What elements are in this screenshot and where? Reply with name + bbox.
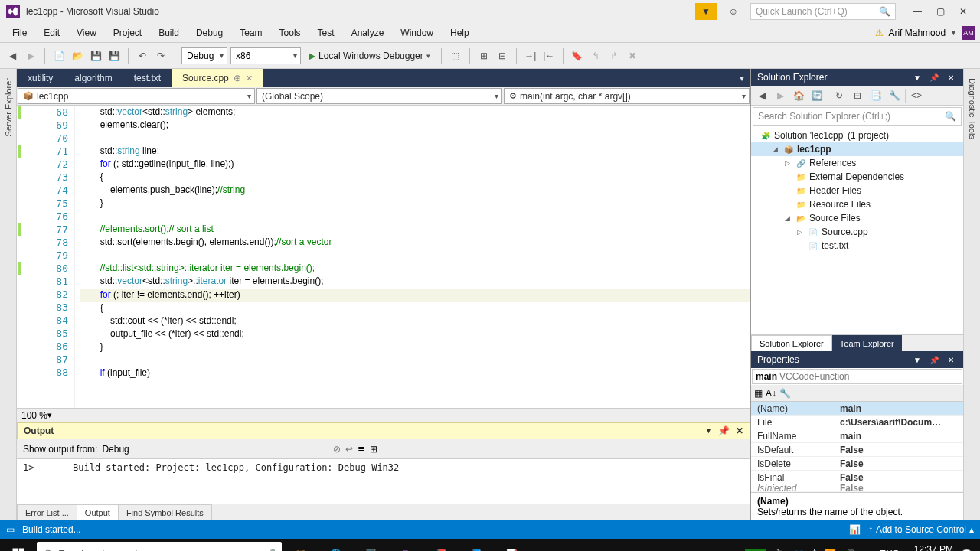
menu-test[interactable]: Test [310, 24, 342, 41]
output-from-combo[interactable]: Debug [102, 444, 324, 455]
start-debug-button[interactable]: ▶ Local Windows Debugger ▾ [304, 51, 435, 61]
source-control-link[interactable]: ↑ Add to Source Control ▴ [868, 524, 974, 535]
menu-tools[interactable]: Tools [272, 24, 309, 41]
taskbar-pdf-icon[interactable]: 📕 [424, 539, 458, 551]
prop-dropdown-icon[interactable]: ▼ [911, 354, 923, 366]
uncomment-icon[interactable]: ⊟ [495, 48, 510, 64]
user-name[interactable]: Arif Mahmood [888, 28, 946, 38]
close-button[interactable]: ✕ [952, 3, 974, 20]
diagnostic-tools-tab[interactable]: Diagnostic Tools [966, 73, 978, 144]
taskbar-explorer-icon[interactable]: 📁 [283, 539, 317, 551]
se-collapse-icon[interactable]: ⊟ [850, 88, 865, 103]
se-dropdown-icon[interactable]: ▼ [911, 71, 923, 83]
start-button[interactable] [2, 539, 35, 551]
tree-solution[interactable]: 🧩Solution 'lec1cpp' (1 project) [751, 129, 963, 142]
taskbar-vs-icon[interactable]: ⧉ [389, 539, 423, 551]
bookmark-icon[interactable]: 🔖 [570, 48, 585, 64]
outdent-icon[interactable]: |← [541, 48, 557, 64]
save-icon[interactable]: 💾 [88, 48, 103, 64]
project-combo[interactable]: 📦 lec1cpp [18, 88, 255, 104]
maximize-button[interactable]: ▢ [929, 3, 951, 20]
taskbar-app1-icon[interactable]: 🖥️ [354, 539, 387, 551]
output-tool2-icon[interactable]: ⊞ [370, 444, 377, 455]
solution-tree[interactable]: 🧩Solution 'lec1cpp' (1 project) ◢📦lec1cp… [751, 127, 963, 334]
se-fwd-icon[interactable]: ▶ [773, 88, 788, 103]
panel-pin-icon[interactable]: 📌 [718, 425, 730, 436]
tree-resource-files[interactable]: 📁Resource Files [751, 197, 963, 211]
tab-xutility[interactable]: xutility [17, 69, 64, 87]
solution-explorer-search[interactable]: Search Solution Explorer (Ctrl+;) 🔍 [753, 107, 962, 126]
tab-solution-explorer[interactable]: Solution Explorer [751, 335, 832, 351]
panel-close-icon[interactable]: ✕ [736, 425, 743, 436]
se-close-icon[interactable]: ✕ [945, 71, 957, 83]
tray-clock[interactable]: 12:37 PM 10/26/2018 [907, 545, 953, 551]
redo-icon[interactable]: ↷ [153, 48, 168, 64]
taskbar-search[interactable]: ◯ Type here to search 🎤 [37, 542, 282, 551]
se-code-icon[interactable]: <> [909, 88, 924, 103]
code-editor[interactable]: 6869707172737475767778798081828384858687… [17, 106, 750, 408]
se-sync-icon[interactable]: 🔄 [809, 88, 825, 103]
function-combo[interactable]: ⚙ main(int argc, char * argv[]) [504, 88, 750, 104]
user-avatar[interactable]: AM [962, 26, 975, 40]
save-all-icon[interactable]: 💾 [106, 48, 122, 64]
indent-icon[interactable]: →| [523, 48, 538, 64]
undo-icon[interactable]: ↶ [135, 48, 150, 64]
pin-icon[interactable]: ⊕ [234, 73, 241, 83]
se-showall-icon[interactable]: 📑 [868, 88, 884, 103]
tree-references[interactable]: ▷🔗References [751, 156, 963, 170]
output-tool-icon[interactable]: ≣ [358, 444, 365, 455]
taskbar-notes-icon[interactable]: 📝 [495, 539, 528, 551]
tab-find-symbol[interactable]: Find Symbol Results [118, 504, 212, 520]
output-clear-icon[interactable]: ⊘ [333, 444, 341, 455]
se-back-icon[interactable]: ◀ [754, 88, 769, 103]
tab-testtxt[interactable]: test.txt [123, 69, 172, 87]
se-pin-icon[interactable]: 📌 [928, 71, 940, 83]
prop-close-icon[interactable]: ✕ [945, 354, 957, 366]
taskbar-edge-icon[interactable]: 🌐 [318, 539, 352, 551]
menu-window[interactable]: Window [393, 24, 441, 41]
menu-build[interactable]: Build [151, 24, 187, 41]
panel-dropdown-icon[interactable]: ▼ [705, 427, 712, 435]
menu-help[interactable]: Help [443, 24, 477, 41]
server-explorer-tab[interactable]: Server Explorer [2, 73, 15, 141]
properties-object[interactable]: main VCCodeFunction [752, 369, 962, 384]
se-home-icon[interactable]: 🏠 [791, 88, 806, 103]
tree-header-files[interactable]: 📁Header Files [751, 184, 963, 197]
tool-icon-1[interactable]: ⬚ [448, 48, 463, 64]
comment-icon[interactable]: ⊞ [476, 48, 492, 64]
platform-combo[interactable]: x86 [230, 47, 301, 64]
tree-source-files[interactable]: ◢📂Source Files [751, 211, 963, 225]
tab-output[interactable]: Output [77, 504, 119, 520]
code-body[interactable]: std::vector<std::string> elements; eleme… [75, 106, 750, 408]
menu-view[interactable]: View [69, 24, 104, 41]
minimize-button[interactable]: — [906, 3, 928, 20]
se-properties-icon[interactable]: 🔧 [887, 88, 902, 103]
quick-launch-input[interactable]: Quick Launch (Ctrl+Q) 🔍 [750, 3, 896, 20]
scope-combo[interactable]: (Global Scope) [256, 88, 502, 104]
prop-sort-icon[interactable]: A↓ [766, 388, 776, 399]
tree-source-cpp[interactable]: ▷📄Source.cpp [751, 225, 963, 239]
config-combo[interactable]: Debug [181, 47, 227, 64]
next-bookmark-icon[interactable]: ↱ [606, 48, 622, 64]
menu-team[interactable]: Team [232, 24, 270, 41]
tab-error-list[interactable]: Error List ... [17, 504, 77, 520]
forward-nav-icon[interactable]: ▶ [23, 48, 38, 64]
se-refresh-icon[interactable]: ↻ [831, 88, 847, 103]
properties-grid[interactable]: (Name)mainFilec:\Users\aarif\Docum…FullN… [751, 402, 963, 492]
prev-bookmark-icon[interactable]: ↰ [588, 48, 603, 64]
menu-project[interactable]: Project [106, 24, 149, 41]
tree-test-txt[interactable]: 📄test.txt [751, 239, 963, 253]
feedback-icon[interactable]: ☺ [723, 3, 744, 20]
prop-cat-icon[interactable]: ▦ [754, 388, 763, 399]
tabs-dropdown-icon[interactable]: ▾ [733, 69, 750, 87]
prop-pages-icon[interactable]: 🔧 [779, 388, 791, 399]
warning-icon[interactable]: ⚠ [875, 28, 884, 38]
tree-external-deps[interactable]: 📁External Dependencies [751, 170, 963, 184]
menu-file[interactable]: File [5, 24, 34, 41]
output-body[interactable]: 1>------ Build started: Project: lec1cpp… [17, 459, 750, 504]
chevron-down-icon[interactable]: ▼ [950, 29, 957, 37]
tree-project[interactable]: ◢📦lec1cpp [751, 142, 963, 156]
zoom-combo[interactable]: 100 % ▾ [17, 408, 750, 422]
new-project-icon[interactable]: 📄 [51, 48, 67, 64]
output-wrap-icon[interactable]: ↩ [345, 444, 353, 455]
